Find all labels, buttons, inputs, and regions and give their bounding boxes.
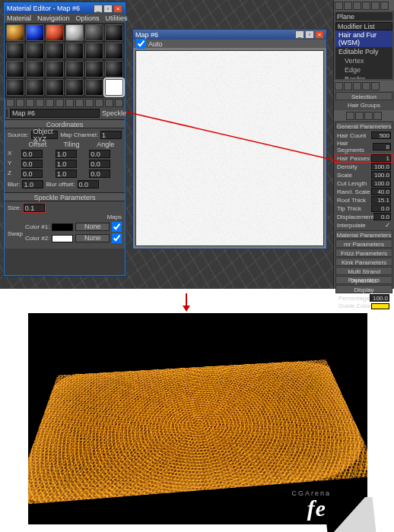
color1-map-button[interactable]: None [75,223,110,231]
maximize-button[interactable]: ▫ [103,5,113,13]
rollout-display[interactable]: Display [335,285,392,293]
x-tiling[interactable]: 1.0 [56,150,77,158]
color2-map-check[interactable] [112,233,122,243]
color2-swatch[interactable] [52,235,73,242]
sample-slot[interactable] [6,61,24,78]
stack-sub-border[interactable]: Border [335,74,392,79]
bluroff-spinner[interactable]: 0.0 [78,180,99,188]
color1-swatch[interactable] [52,223,73,231]
sample-slot[interactable] [46,61,64,78]
sample-slot-active[interactable] [105,79,123,96]
rollout-speckle-header[interactable]: Speckle Parameters [5,192,125,201]
material-editor-titlebar[interactable]: Material Editor - Map #6 _ ▫ × [5,3,125,14]
rollout-multistrand[interactable]: Multi Strand Parameters [335,267,392,275]
rollout-kink[interactable]: Kink Parameters [335,258,392,266]
z-angle[interactable]: 0.0 [89,169,110,178]
sample-slot[interactable] [46,43,64,59]
sample-slot[interactable] [46,24,64,41]
preview-max-button[interactable]: ▫ [305,30,314,39]
menu-utilities[interactable]: Utilities [106,14,128,22]
stack-sub-edge[interactable]: Edge [335,65,392,74]
source-dropdown[interactable]: Object XYZ [31,131,59,139]
spinner-hairseg[interactable]: 8 [373,143,391,150]
close-button[interactable]: × [113,5,122,13]
sample-slot[interactable] [105,61,123,78]
rollout-general[interactable]: General Parameters [335,122,392,130]
sample-slot[interactable] [65,61,84,78]
spinner-haircount[interactable]: 500 [371,131,391,139]
stack-sub-vertex[interactable]: Vertex [335,56,392,65]
sample-slot[interactable] [65,43,84,59]
modifier-stack[interactable]: Hair and Fur (WSM) Editable Poly Vertex … [335,30,392,79]
spinner-rootthick[interactable]: 15.1 [371,196,391,204]
sample-slot[interactable] [6,24,24,41]
spinner-density[interactable]: 100.0 [371,163,391,170]
preview-auto-check[interactable] [136,39,146,49]
spinner-percent[interactable]: 100.0 [370,294,389,302]
sample-slot[interactable] [6,79,24,96]
sample-slot[interactable] [26,79,44,96]
sample-slot[interactable] [65,24,84,41]
material-toolbar[interactable] [5,97,125,107]
guide-color-swatch[interactable] [371,303,389,309]
stack-item-epoly[interactable]: Editable Poly [335,47,392,56]
z-offset[interactable]: 0.0 [21,169,43,178]
rollout-coordinates-header[interactable]: Coordinates [5,119,125,128]
sample-slot[interactable] [85,43,103,59]
sample-slot[interactable] [26,24,44,41]
y-angle[interactable]: 0.0 [89,160,110,168]
material-type-button[interactable]: Speckle [102,109,126,117]
z-tiling[interactable]: 1.0 [56,169,77,178]
menu-options[interactable]: Options [76,14,100,22]
preview-titlebar[interactable]: Map #6 _ ▫ × [133,30,326,40]
stack-item-hair[interactable]: Hair and Fur (WSM) [335,30,392,47]
pick-material-button[interactable] [6,109,8,117]
param-hairpasses: Hair Passes1 [335,154,392,162]
menu-material[interactable]: Material [7,14,31,22]
mapchannel-spinner[interactable]: 1 [100,131,122,139]
x-offset[interactable]: 0.0 [21,150,43,158]
rollout-selection[interactable]: Selection [335,92,392,100]
blur-spinner[interactable]: 1.0 [22,180,43,188]
rollout-mr[interactable]: mr Parameters [335,239,392,248]
spinner-tipthick[interactable]: 0.0 [371,204,391,212]
sample-slot[interactable] [105,24,123,41]
material-name-input[interactable] [10,109,100,118]
sample-slot[interactable] [26,43,44,59]
color1-map-check[interactable] [112,222,122,232]
x-angle[interactable]: 0.0 [89,150,110,158]
panel-tabs[interactable] [334,0,394,11]
sample-slot[interactable] [46,79,64,96]
spinner-cutlen[interactable]: 100.0 [371,179,391,187]
rollout-material[interactable]: Material Parameters [335,230,392,239]
y-offset[interactable]: 0.0 [21,160,43,168]
sample-slot[interactable] [6,43,24,59]
menu-navigation[interactable]: Navigation [37,14,70,22]
modifier-list-dropdown[interactable]: Modifier List [335,22,392,30]
minimize-button[interactable]: _ [94,5,103,13]
sample-slot[interactable] [26,61,44,78]
y-tiling[interactable]: 1.0 [56,160,77,168]
preview-min-button[interactable]: _ [295,30,304,39]
spinner-disp[interactable]: 0.0 [373,213,391,220]
spinner-hairpasses[interactable]: 1 [371,154,391,162]
spinner-scale[interactable]: 100.0 [371,171,391,179]
sample-slot[interactable] [65,79,84,96]
sample-slot[interactable] [105,43,123,59]
rollout-dynamics[interactable]: Dynamics [335,276,392,284]
size-spinner[interactable]: 0.1 [24,204,45,212]
rollout-frizz[interactable]: Frizz Parameters [335,249,392,257]
sample-slot[interactable] [85,61,103,78]
hair-group-tools[interactable] [334,110,394,121]
sample-slot[interactable] [85,24,103,41]
preview-close-button[interactable]: × [315,30,324,39]
maps-label: Maps [106,214,122,220]
spinner-randscale[interactable]: 40.0 [371,188,391,195]
sample-slot[interactable] [85,79,103,96]
swap-button[interactable]: Swap [8,230,23,237]
stack-toolbar[interactable] [334,81,394,91]
checkbox-interp[interactable]: ✓ [385,221,391,229]
size-label: Size: [8,204,21,211]
color2-map-button[interactable]: None [75,234,110,242]
material-editor-menubar[interactable]: Material Navigation Options Utilities [5,14,125,23]
